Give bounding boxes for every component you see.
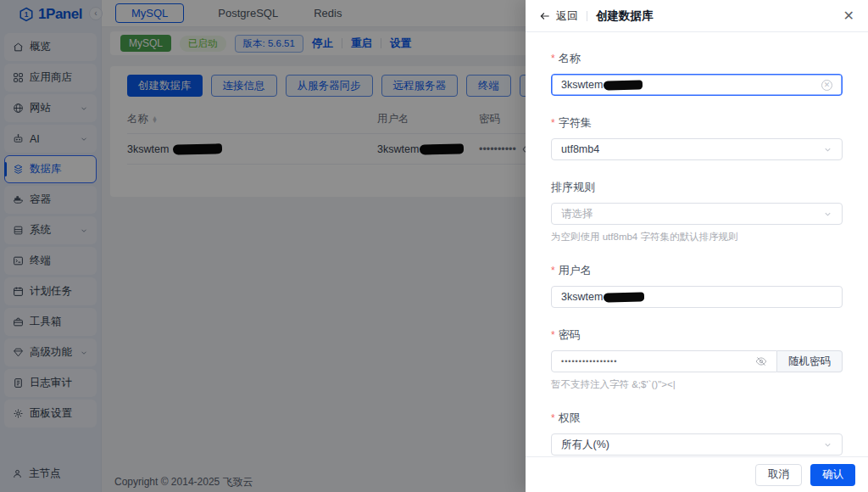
- username-input[interactable]: 3kswtem: [551, 286, 843, 308]
- permission-field-group: 权限 所有人(%): [551, 411, 843, 456]
- password-help-text: 暂不支持注入字符 &;$'`()"><|: [551, 378, 843, 391]
- permission-select[interactable]: 所有人(%): [551, 433, 843, 456]
- cancel-button[interactable]: 取消: [755, 464, 802, 486]
- password-input[interactable]: ••••••••••••••••: [551, 350, 777, 372]
- confirm-button[interactable]: 确认: [810, 464, 855, 486]
- password-label: 密码: [551, 327, 843, 343]
- username-label: 用户名: [551, 263, 843, 278]
- chevron-down-icon: [823, 440, 832, 450]
- name-label: 名称: [551, 51, 843, 66]
- create-database-drawer: 返回 创建数据库 ✕ 名称 3kswtem ✕ 字符集 utf8mb4: [526, 0, 868, 492]
- eye-off-icon[interactable]: [755, 355, 767, 367]
- redaction-blob: [604, 80, 643, 90]
- chevron-down-icon: [823, 145, 832, 154]
- collation-field-group: 排序规则 请选择 为空则使用 utf8mb4 字符集的默认排序规则: [551, 180, 843, 243]
- clear-input-icon[interactable]: ✕: [821, 80, 832, 91]
- password-field-group: 密码 •••••••••••••••• 随机密码 暂不支持注入字符 &;$'`(…: [551, 327, 843, 391]
- back-button[interactable]: 返回: [539, 8, 578, 24]
- charset-select[interactable]: utf8mb4: [551, 138, 843, 160]
- collation-label: 排序规则: [551, 180, 843, 195]
- username-field-group: 用户名 3kswtem: [551, 263, 843, 308]
- name-field-group: 名称 3kswtem ✕: [551, 51, 843, 96]
- drawer-header: 返回 创建数据库 ✕: [526, 0, 868, 32]
- arrow-left-icon: [539, 10, 551, 22]
- name-input[interactable]: 3kswtem ✕: [551, 74, 843, 96]
- random-password-button[interactable]: 随机密码: [777, 350, 843, 372]
- divider: [587, 11, 587, 21]
- charset-field-group: 字符集 utf8mb4: [551, 115, 843, 160]
- chevron-down-icon: [823, 210, 832, 219]
- collation-select[interactable]: 请选择: [551, 203, 843, 225]
- redaction-blob: [604, 292, 644, 302]
- charset-label: 字符集: [551, 115, 843, 131]
- drawer-body: 名称 3kswtem ✕ 字符集 utf8mb4 排序规则 请选择: [526, 33, 868, 492]
- close-icon[interactable]: ✕: [843, 9, 854, 23]
- drawer-title: 创建数据库: [596, 8, 654, 24]
- app-root: 1 1Panel 概览 应用商店 网站 AI: [0, 0, 868, 492]
- collation-help-text: 为空则使用 utf8mb4 字符集的默认排序规则: [551, 231, 843, 243]
- permission-label: 权限: [551, 411, 843, 426]
- drawer-footer: 取消 确认: [526, 456, 868, 492]
